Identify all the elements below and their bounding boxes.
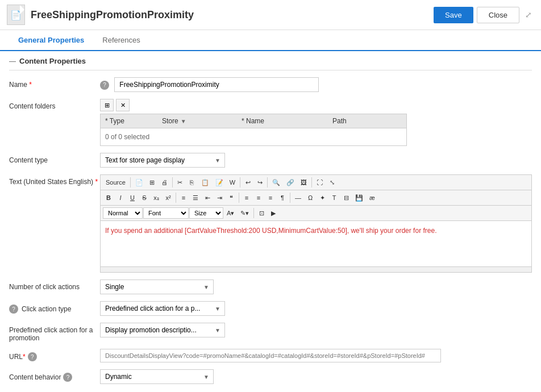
rte-pasteword-btn[interactable]: W (227, 177, 238, 188)
rte-blockquote-btn[interactable]: ❝ (226, 192, 237, 203)
rte-print-btn[interactable]: 🖨 (159, 177, 170, 188)
rte-img-btn[interactable]: 🖼 (298, 177, 310, 188)
cf-add-btn[interactable]: ⊞ (100, 99, 114, 111)
rte-pastetext-btn[interactable]: 📝 (213, 177, 226, 188)
rte-cleanup-btn[interactable]: ✦ (317, 192, 328, 203)
content-folders-label: Content folders (9, 99, 100, 110)
content-area: — Content Properties Name * ? Content fo… (0, 51, 541, 392)
rte-extra-btn[interactable]: æ (367, 192, 378, 203)
behavior-select[interactable]: Dynamic Static (100, 369, 214, 384)
rte-ol-btn[interactable]: ≡ (178, 192, 189, 203)
rte-table2-btn[interactable]: ⊟ (340, 192, 352, 203)
content-type-row: Content type Text for store page display… (9, 153, 532, 168)
click-action-type-label: ? Click action type (9, 301, 100, 314)
content-type-select[interactable]: Text for store page display Image Video (100, 153, 225, 168)
cf-table: * Type Store ▼ * Name Path (100, 114, 407, 146)
behavior-help-icon[interactable]: ? (63, 373, 72, 382)
rte-toolbar-3: Normal Font Size (101, 206, 531, 221)
click-actions-select-wrap: Single Multiple ▼ (100, 280, 214, 294)
rte-justifyfull-btn[interactable]: ¶ (277, 192, 288, 203)
click-actions-select[interactable]: Single Multiple (100, 280, 214, 294)
rte-styles-btn[interactable]: ⊡ (256, 207, 267, 219)
collapse-icon[interactable]: — (9, 57, 16, 65)
content-behavior-row: Content behavior ? Dynamic Static ▼ (9, 369, 532, 384)
rte-scrollbar[interactable] (101, 266, 531, 272)
section-header: — Content Properties (9, 51, 532, 70)
rte-indent-btn[interactable]: ⇥ (214, 192, 225, 203)
header-buttons: Save Close (434, 7, 519, 23)
rte-bold-btn[interactable]: B (103, 192, 114, 203)
rte-undo-btn[interactable]: ↩ (242, 177, 253, 188)
size-select[interactable]: Size (189, 207, 223, 219)
rte-toolbar-2: B I U S x₂ x² ≡ ☰ ⇤ ⇥ ❝ ≡ ≡ (101, 190, 531, 206)
rte-copy-btn[interactable]: ⎘ (186, 177, 198, 188)
cf-toolbar: ⊞ ✕ (100, 99, 532, 111)
section-title: Content Properties (19, 57, 86, 65)
rte-hr-btn[interactable]: — (292, 192, 304, 203)
size-select-wrap: Size (189, 207, 223, 219)
predefined-select[interactable]: Display promotion descriptio... (100, 323, 225, 337)
rte-find-btn[interactable]: 🔍 (269, 177, 283, 188)
rte-bgcolor-btn[interactable]: ✎▾ (238, 207, 252, 219)
rte-ul-btn[interactable]: ☰ (190, 192, 201, 203)
rte-paste-btn[interactable]: 📋 (198, 177, 212, 188)
click-type-help-icon[interactable]: ? (9, 305, 18, 314)
click-actions-row: Number of click actions Single Multiple … (9, 280, 532, 294)
cf-col-type: * Type (101, 114, 157, 128)
rte-cut-btn[interactable]: ✂ (174, 177, 186, 188)
content-folders-row: Content folders ⊞ ✕ * Type Store ▼ (9, 99, 532, 146)
predefined-select-wrap: Display promotion descriptio... ▼ (100, 323, 225, 337)
rte-sub-btn[interactable]: x₂ (151, 192, 162, 203)
rte-justifycenter-btn[interactable]: ≡ (253, 192, 264, 203)
store-sort-icon[interactable]: ▼ (181, 118, 186, 124)
rte-redo-btn[interactable]: ↪ (254, 177, 265, 188)
rte-justifyright-btn[interactable]: ≡ (265, 192, 276, 203)
content-type-select-wrap: Text for store page display Image Video … (100, 153, 225, 168)
rte-full-btn[interactable]: ⤡ (326, 177, 338, 188)
sep5 (311, 177, 312, 187)
url-row: URL * ? (9, 349, 532, 362)
rte-sup-btn[interactable]: x² (163, 192, 174, 203)
url-label: URL * ? (9, 349, 100, 361)
rte-source-btn[interactable]: Source (103, 177, 128, 188)
cf-remove-btn[interactable]: ✕ (116, 99, 130, 111)
font-select[interactable]: Font (143, 207, 189, 219)
content-behavior-label: Content behavior ? (9, 369, 100, 382)
rte-strike-btn[interactable]: S (139, 192, 150, 203)
rich-text-editor: Source 📄 ⊞ 🖨 ✂ ⎘ 📋 📝 W ↩ ↪ (100, 174, 532, 273)
click-type-select[interactable]: Predefined click action for a p... (100, 301, 225, 316)
behavior-select-wrap: Dynamic Static ▼ (100, 369, 214, 384)
name-control: ? (100, 77, 532, 92)
rte-underline-btn[interactable]: U (127, 192, 138, 203)
content-behavior-control: Dynamic Static ▼ (100, 369, 532, 384)
save-button[interactable]: Save (434, 7, 473, 23)
rte-content-area[interactable]: If you spend an additional [CartValueThr… (101, 221, 531, 266)
rte-remove-btn[interactable]: T (328, 192, 340, 203)
tab-references[interactable]: References (93, 30, 149, 51)
sep1 (130, 177, 131, 187)
url-help-icon[interactable]: ? (28, 352, 37, 361)
rte-newdoc-btn[interactable]: 📄 (132, 177, 146, 188)
tab-general-properties[interactable]: General Properties (9, 30, 93, 51)
content-type-control: Text for store page display Image Video … (100, 153, 532, 168)
cf-col-name: * Name (237, 114, 328, 128)
rte-link-btn[interactable]: 🔗 (284, 177, 297, 188)
click-actions-control: Single Multiple ▼ (100, 280, 532, 294)
rte-italic-btn[interactable]: I (115, 192, 126, 203)
rte-template-btn[interactable]: ▶ (268, 207, 279, 219)
rte-justifyleft-btn[interactable]: ≡ (241, 192, 252, 203)
rte-table-btn[interactable]: ⊞ (147, 177, 158, 188)
rte-max-btn[interactable]: ⛶ (314, 177, 326, 188)
style-select[interactable]: Normal (103, 207, 143, 219)
close-button[interactable]: Close (477, 7, 519, 23)
rte-save2-btn[interactable]: 💾 (352, 192, 366, 203)
rte-outdent-btn[interactable]: ⇤ (202, 192, 213, 203)
rte-char-btn[interactable]: Ω (305, 192, 316, 203)
name-input[interactable] (114, 77, 319, 92)
rte-fontcolor-btn[interactable]: A▾ (224, 207, 237, 219)
name-help-icon[interactable]: ? (100, 81, 109, 90)
header: 📄 FreeShippingPromotionProximity Save Cl… (0, 0, 541, 30)
rte-toolbar-1: Source 📄 ⊞ 🖨 ✂ ⎘ 📋 📝 W ↩ ↪ (101, 175, 531, 190)
url-input[interactable] (100, 349, 441, 362)
predefined-click-control: Display promotion descriptio... ▼ (100, 323, 532, 337)
